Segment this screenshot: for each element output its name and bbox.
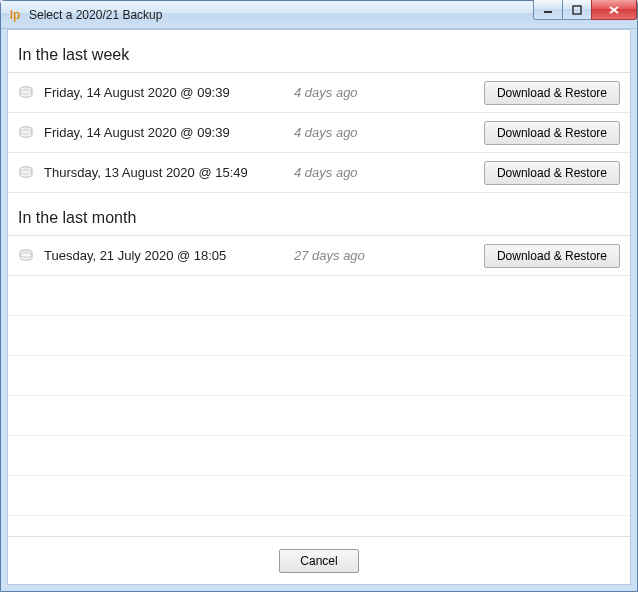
- database-icon: [18, 249, 34, 263]
- backup-list: In the last week Friday, 14 August 2020 …: [8, 30, 630, 536]
- download-restore-button[interactable]: Download & Restore: [484, 121, 620, 145]
- dialog-footer: Cancel: [8, 536, 630, 584]
- empty-row: [8, 396, 630, 436]
- backup-label: Tuesday, 21 July 2020 @ 18:05: [44, 248, 294, 263]
- backup-age: 4 days ago: [294, 85, 484, 100]
- minimize-icon: [543, 5, 553, 15]
- maximize-button[interactable]: [562, 0, 592, 20]
- backup-row: Thursday, 13 August 2020 @ 15:49 4 days …: [8, 153, 630, 193]
- backup-age: 4 days ago: [294, 165, 484, 180]
- backup-label: Friday, 14 August 2020 @ 09:39: [44, 85, 294, 100]
- backup-age: 27 days ago: [294, 248, 484, 263]
- content-area: In the last week Friday, 14 August 2020 …: [7, 29, 631, 585]
- close-icon: [608, 5, 620, 15]
- backup-age: 4 days ago: [294, 125, 484, 140]
- download-restore-button[interactable]: Download & Restore: [484, 244, 620, 268]
- download-restore-button[interactable]: Download & Restore: [484, 161, 620, 185]
- maximize-icon: [572, 5, 582, 15]
- download-restore-button[interactable]: Download & Restore: [484, 81, 620, 105]
- database-icon: [18, 126, 34, 140]
- cancel-button[interactable]: Cancel: [279, 549, 358, 573]
- minimize-button[interactable]: [533, 0, 563, 20]
- close-button[interactable]: [591, 0, 637, 20]
- app-icon: lp: [7, 7, 23, 23]
- window-title: Select a 2020/21 Backup: [29, 8, 162, 22]
- section-header-week: In the last week: [8, 30, 630, 73]
- empty-row: [8, 316, 630, 356]
- backup-row: Tuesday, 21 July 2020 @ 18:05 27 days ag…: [8, 236, 630, 276]
- database-icon: [18, 86, 34, 100]
- dialog-window: lp Select a 2020/21 Backup In the last w…: [0, 0, 638, 592]
- svg-rect-1: [573, 6, 581, 14]
- backup-label: Friday, 14 August 2020 @ 09:39: [44, 125, 294, 140]
- backup-row: Friday, 14 August 2020 @ 09:39 4 days ag…: [8, 73, 630, 113]
- empty-row: [8, 436, 630, 476]
- empty-row: [8, 476, 630, 516]
- window-controls: [534, 0, 637, 20]
- section-header-month: In the last month: [8, 193, 630, 236]
- backup-label: Thursday, 13 August 2020 @ 15:49: [44, 165, 294, 180]
- empty-row: [8, 516, 630, 536]
- empty-row: [8, 276, 630, 316]
- empty-row: [8, 356, 630, 396]
- database-icon: [18, 166, 34, 180]
- titlebar[interactable]: lp Select a 2020/21 Backup: [1, 1, 637, 29]
- backup-row: Friday, 14 August 2020 @ 09:39 4 days ag…: [8, 113, 630, 153]
